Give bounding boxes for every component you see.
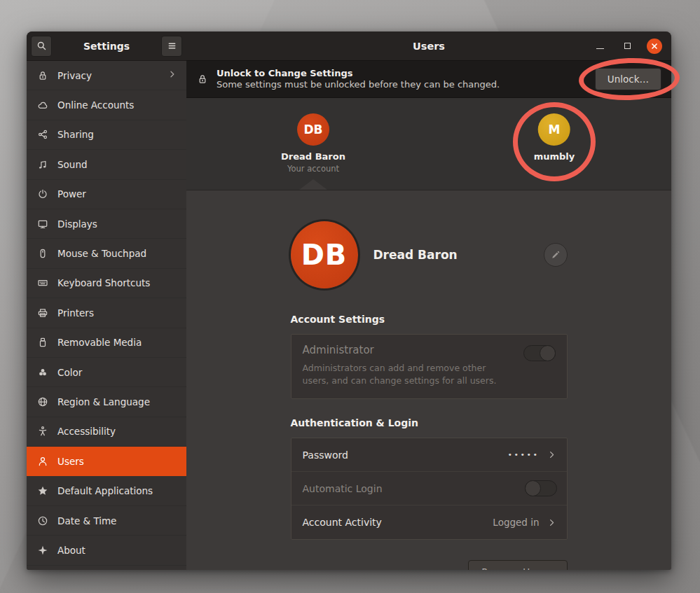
sidebar-title: Settings — [56, 41, 157, 52]
close-icon — [650, 42, 659, 50]
lock-icon — [197, 74, 208, 85]
user-caption: Your account — [281, 164, 345, 174]
user-detail-panel: DB Dread Baron Account Settings Administ… — [186, 190, 671, 570]
edit-name-button[interactable] — [544, 243, 568, 267]
user-selector-strip: DB Dread Baron Your account M mumbly — [186, 98, 671, 190]
sidebar-item-accessibility[interactable]: Accessibility — [27, 417, 186, 447]
selected-user-pointer — [299, 179, 327, 190]
close-button[interactable] — [647, 39, 662, 54]
user-chip-mumbly[interactable]: M mumbly — [534, 113, 575, 162]
desktop-background: Settings Privacy Online Accounts Shar — [0, 0, 700, 593]
hamburger-menu-icon — [167, 41, 177, 51]
search-icon — [36, 41, 47, 51]
password-row[interactable]: Password ••••• — [291, 438, 567, 472]
share-icon — [36, 129, 48, 141]
settings-window: Settings Privacy Online Accounts Shar — [27, 32, 671, 570]
minimize-icon — [596, 48, 604, 49]
globe-icon — [36, 396, 48, 407]
profile-avatar[interactable]: DB — [291, 221, 358, 288]
administrator-toggle[interactable] — [523, 345, 556, 361]
remove-user-button[interactable]: Remove User… — [468, 560, 567, 570]
administrator-label: Administrator — [303, 344, 556, 356]
printer-icon — [36, 307, 48, 319]
sidebar-item-date-time[interactable]: Date & Time — [27, 506, 186, 536]
power-icon — [36, 188, 48, 200]
sidebar-item-about[interactable]: About — [27, 536, 186, 565]
banner-title: Unlock to Change Settings — [217, 67, 586, 80]
sidebar-item-default-applications[interactable]: Default Applications — [27, 476, 186, 505]
user-chip-dread-baron[interactable]: DB Dread Baron Your account — [281, 113, 345, 174]
maximize-icon — [624, 43, 631, 49]
sidebar-item-privacy[interactable]: Privacy — [27, 61, 186, 90]
profile-row: DB Dread Baron — [291, 221, 568, 288]
titlebar[interactable]: Users — [186, 32, 671, 61]
sidebar-item-printers[interactable]: Printers — [27, 298, 186, 328]
account-activity-value: Logged in — [493, 517, 539, 528]
cloud-icon — [36, 99, 48, 111]
automatic-login-label: Automatic Login — [303, 483, 518, 494]
password-value: ••••• — [508, 450, 540, 459]
avatar: DB — [297, 113, 329, 146]
user-name: mumbly — [534, 151, 575, 162]
keyboard-icon — [36, 277, 48, 289]
minimize-button[interactable] — [592, 39, 608, 54]
chevron-right-icon — [547, 517, 557, 528]
account-settings-card: Administrator Administrators can add and… — [291, 334, 568, 399]
administrator-description: Administrators can add and remove other … — [303, 362, 506, 387]
footer-row: Remove User… — [291, 560, 568, 570]
mouse-icon — [36, 248, 48, 260]
search-button[interactable] — [31, 36, 52, 57]
chevron-right-icon — [167, 69, 178, 82]
sidebar-item-mouse-touchpad[interactable]: Mouse & Touchpad — [27, 239, 186, 268]
banner-subtitle: Some settings must be unlocked before th… — [217, 79, 586, 91]
maximize-button[interactable] — [619, 39, 635, 54]
automatic-login-toggle[interactable] — [525, 480, 557, 496]
flash-drive-icon — [36, 337, 48, 349]
sidebar-item-color[interactable]: Color — [27, 358, 186, 387]
display-icon — [36, 218, 48, 230]
toggle-knob — [525, 480, 541, 496]
sidebar-item-keyboard-shortcuts[interactable]: Keyboard Shortcuts — [27, 269, 186, 298]
sidebar-header: Settings — [27, 32, 186, 61]
sidebar-item-sound[interactable]: Sound — [27, 150, 186, 179]
account-settings-heading: Account Settings — [291, 314, 568, 325]
account-activity-label: Account Activity — [303, 517, 486, 528]
clock-icon — [36, 515, 48, 526]
sparkle-icon — [36, 544, 48, 556]
profile-name: Dread Baron — [373, 248, 528, 262]
unlock-button[interactable]: Unlock… — [595, 68, 661, 90]
sidebar-item-displays[interactable]: Displays — [27, 209, 186, 239]
account-activity-row[interactable]: Account Activity Logged in — [291, 505, 567, 539]
sidebar-item-power[interactable]: Power — [27, 180, 186, 209]
sidebar-item-online-accounts[interactable]: Online Accounts — [27, 90, 186, 120]
window-controls — [592, 39, 671, 54]
sidebar-item-users[interactable]: Users — [27, 447, 186, 476]
sidebar-item-sharing[interactable]: Sharing — [27, 120, 186, 150]
color-swatches-icon — [36, 366, 48, 378]
sidebar-item-removable-media[interactable]: Removable Media — [27, 328, 186, 358]
authentication-login-card: Password ••••• Automatic Login Account A… — [291, 438, 568, 540]
accessibility-icon — [36, 426, 48, 438]
main-panel: Users Unlock to Change Settings Some set… — [186, 32, 671, 570]
lock-icon — [36, 69, 48, 81]
administrator-row: Administrator Administrators can add and… — [291, 335, 567, 398]
pencil-icon — [550, 250, 561, 260]
unlock-banner: Unlock to Change Settings Some settings … — [186, 61, 671, 98]
password-label: Password — [303, 449, 501, 461]
menu-button[interactable] — [161, 36, 182, 57]
users-icon — [36, 455, 48, 467]
sidebar-item-region-language[interactable]: Region & Language — [27, 387, 186, 417]
authentication-login-heading: Authentication & Login — [291, 417, 568, 428]
sidebar: Settings Privacy Online Accounts Shar — [27, 32, 186, 570]
chevron-right-icon — [547, 449, 557, 460]
music-note-icon — [36, 158, 48, 170]
user-name: Dread Baron — [281, 151, 345, 162]
toggle-knob — [540, 345, 556, 361]
banner-text: Unlock to Change Settings Some settings … — [217, 67, 586, 91]
avatar: M — [538, 113, 570, 146]
automatic-login-row[interactable]: Automatic Login — [291, 472, 567, 505]
star-icon — [36, 485, 48, 497]
sidebar-nav: Privacy Online Accounts Sharing Sound — [27, 61, 186, 570]
